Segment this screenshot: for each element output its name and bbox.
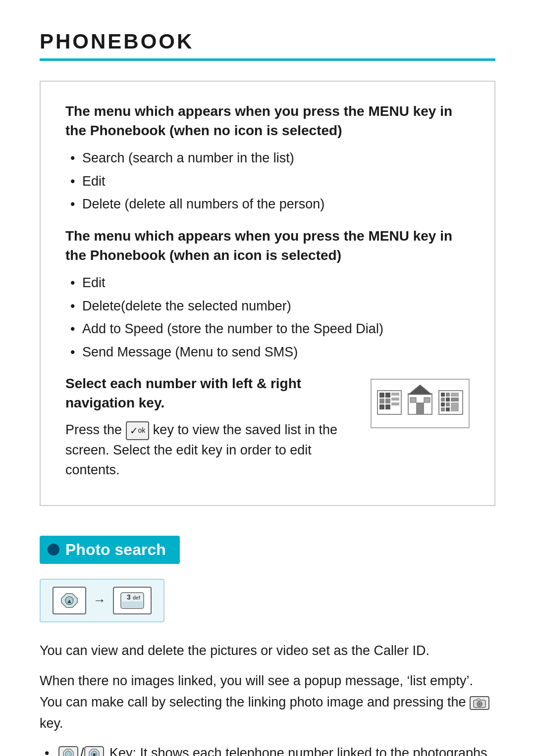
svg-point-36 [479, 703, 481, 705]
svg-rect-14 [424, 398, 430, 403]
photo-search-desc1: You can view and delete the pictures or … [40, 640, 495, 661]
list-item: Search (search a number in the list) [70, 148, 470, 168]
badge-dot [48, 544, 59, 555]
nav-paragraph: Press the ✓ok key to view the saved list… [65, 420, 351, 480]
svg-rect-1 [379, 393, 384, 398]
nav-key-svg: ▲ [59, 592, 79, 609]
menu-no-icon-list: Search (search a number in the list) Edi… [65, 148, 470, 214]
svg-rect-33 [122, 602, 143, 607]
svg-rect-13 [410, 398, 416, 403]
svg-rect-19 [441, 398, 445, 402]
page-title: PHONEBOOK [40, 30, 194, 53]
svg-rect-37 [477, 699, 480, 701]
page-header: PHONEBOOK [40, 30, 495, 61]
svg-rect-9 [391, 403, 399, 405]
nav-text-block: Select each number with left & right nav… [65, 374, 351, 480]
svg-rect-3 [379, 399, 384, 403]
svg-text:3: 3 [127, 593, 131, 601]
list-item: Delete(delete the selected number) [70, 296, 470, 316]
svg-text:■: ■ [92, 752, 95, 756]
content-box: The menu which appears when you press th… [40, 81, 495, 506]
menu-icon-list: Edit Delete(delete the selected number) … [65, 273, 470, 362]
list-item: Add to Speed (store the number to the Sp… [70, 319, 470, 339]
photo-search-section: Photo search ▲ → 3 def [40, 536, 495, 756]
ok-key-icon: ✓ok [126, 421, 150, 440]
camera-key-icon [470, 696, 489, 710]
list-item: / ■ Key: It shows each telephone number … [45, 743, 495, 756]
nav-heading: Select each number with left & right nav… [65, 374, 351, 412]
svg-rect-23 [446, 403, 450, 406]
phonebook-icons-svg [375, 384, 465, 423]
menu-no-icon-heading: The menu which appears when you press th… [65, 101, 470, 140]
menu-icon-heading: The menu which appears when you press th… [65, 226, 470, 265]
nav-key-box: ▲ [53, 587, 86, 614]
svg-rect-6 [385, 404, 390, 409]
arrow-symbol: → [93, 593, 106, 608]
svg-rect-16 [441, 393, 445, 397]
three-def-key-svg: 3 def [120, 592, 145, 609]
svg-rect-17 [446, 393, 450, 397]
svg-marker-11 [408, 385, 432, 395]
svg-rect-24 [441, 407, 445, 411]
svg-rect-8 [391, 398, 399, 401]
page-container: PHONEBOOK The menu which appears when yo… [0, 0, 535, 756]
svg-rect-5 [379, 404, 384, 409]
list-item: Edit [70, 171, 470, 192]
svg-text:def: def [133, 595, 141, 601]
nav-key-section: Select each number with left & right nav… [65, 374, 470, 480]
svg-rect-18 [451, 393, 459, 397]
nav-key-inline-icon2: ■ [84, 746, 104, 756]
svg-rect-21 [451, 398, 459, 402]
nav-key-inline-icon [58, 746, 78, 756]
three-def-key-box: 3 def [113, 587, 152, 614]
photo-search-desc2: When there no images linked, you will se… [40, 670, 495, 735]
list-item: Edit [70, 273, 470, 293]
svg-rect-22 [441, 403, 445, 406]
photo-search-label: Photo search [65, 541, 166, 559]
pixel-icons-image [371, 379, 470, 428]
svg-rect-26 [451, 403, 459, 411]
svg-rect-12 [416, 403, 424, 414]
key-sequence-diagram: ▲ → 3 def [40, 579, 164, 622]
svg-rect-20 [446, 398, 450, 402]
photo-search-bullet-list: / ■ Key: It shows each telephone number … [40, 743, 495, 756]
list-item: Send Message (Menu to send SMS) [70, 342, 470, 362]
svg-rect-7 [391, 393, 399, 396]
photo-search-badge: Photo search [40, 536, 180, 564]
svg-point-39 [65, 751, 71, 756]
list-item: Delete (delete all numbers of the person… [70, 194, 470, 214]
svg-text:▲: ▲ [66, 598, 72, 605]
svg-rect-25 [446, 407, 450, 411]
svg-rect-4 [385, 399, 390, 403]
svg-rect-2 [385, 393, 390, 398]
